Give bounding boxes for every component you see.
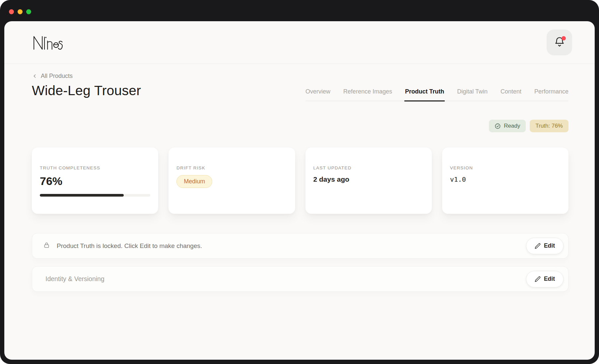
truth-badge-label: Truth: 76% xyxy=(535,123,563,129)
title-row: Wide-Leg Trouser Overview Reference Imag… xyxy=(32,83,568,101)
breadcrumb-label: All Products xyxy=(41,73,73,80)
ready-status-badge: Ready xyxy=(489,120,526,132)
truth-progress-track xyxy=(40,194,150,197)
pencil-icon xyxy=(535,243,541,249)
last-updated-value: 2 days ago xyxy=(313,175,424,183)
breadcrumb-back-link[interactable]: All Products xyxy=(32,73,73,80)
tab-performance[interactable]: Performance xyxy=(534,88,568,101)
identity-versioning-section: Identity & Versioning Edit xyxy=(32,266,568,292)
ready-badge-label: Ready xyxy=(504,123,520,129)
minimize-window-button[interactable] xyxy=(18,9,23,14)
close-window-button[interactable] xyxy=(9,9,14,14)
truth-score-badge: Truth: 76% xyxy=(530,120,568,132)
status-badges: Ready Truth: 76% xyxy=(32,120,568,132)
chevron-left-icon xyxy=(32,73,37,79)
card-label: Version xyxy=(450,165,561,170)
tab-content[interactable]: Content xyxy=(500,88,521,101)
tab-digital-twin[interactable]: Digital Twin xyxy=(457,88,488,101)
tab-reference-images[interactable]: Reference Images xyxy=(343,88,392,101)
edit-button-label: Edit xyxy=(544,242,555,249)
notifications-button[interactable] xyxy=(547,30,572,55)
window-controls xyxy=(9,9,31,14)
page-title: Wide-Leg Trouser xyxy=(32,83,141,101)
app-panel: All Products Wide-Leg Trouser Overview R… xyxy=(4,21,595,360)
last-updated-card: Last Updated 2 days ago xyxy=(305,148,432,214)
lock-icon xyxy=(43,242,50,250)
metric-cards: Truth Completeness 76% Drift Risk Medium… xyxy=(32,148,568,214)
version-card: Version v1.0 xyxy=(442,148,568,214)
edit-button-label: Edit xyxy=(544,275,555,282)
app-header xyxy=(4,21,595,64)
app-window: All Products Wide-Leg Trouser Overview R… xyxy=(0,0,599,364)
notification-dot xyxy=(562,36,566,40)
card-label: Drift Risk xyxy=(176,165,287,170)
edit-identity-button[interactable]: Edit xyxy=(526,271,564,287)
locked-message: Product Truth is locked. Click Edit to m… xyxy=(57,242,202,250)
drift-risk-card: Drift Risk Medium xyxy=(168,148,295,214)
check-circle-icon xyxy=(495,123,501,129)
main-content: All Products Wide-Leg Trouser Overview R… xyxy=(4,64,595,292)
progress-fill xyxy=(40,194,124,197)
tab-bar: Overview Reference Images Product Truth … xyxy=(305,88,568,101)
zoom-window-button[interactable] xyxy=(26,9,31,14)
truth-completeness-value: 76% xyxy=(40,175,150,188)
nines-logo xyxy=(32,35,64,50)
tab-overview[interactable]: Overview xyxy=(305,88,330,101)
card-label: Truth Completeness xyxy=(40,165,150,170)
tab-product-truth[interactable]: Product Truth xyxy=(405,88,444,101)
truth-completeness-card: Truth Completeness 76% xyxy=(32,148,158,214)
version-value: v1.0 xyxy=(450,175,561,183)
edit-product-truth-button[interactable]: Edit xyxy=(526,238,564,254)
identity-section-title: Identity & Versioning xyxy=(45,275,104,283)
drift-risk-badge: Medium xyxy=(176,175,212,188)
pencil-icon xyxy=(535,276,541,282)
locked-banner: Product Truth is locked. Click Edit to m… xyxy=(32,233,568,259)
card-label: Last Updated xyxy=(313,165,424,170)
